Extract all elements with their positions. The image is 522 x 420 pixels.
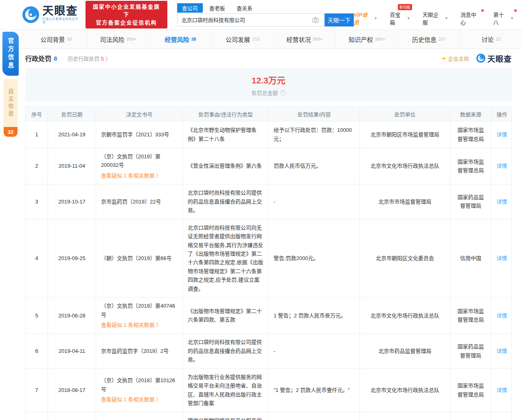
search-input[interactable] (177, 13, 325, 26)
notification-dot (514, 9, 517, 12)
nav-tab[interactable]: 司法风险 999+ (87, 30, 149, 48)
cell-reason: 《营业性演出管理条例》第六条 (182, 148, 268, 184)
vip-menu-item[interactable]: VIP会员 ▼ (354, 11, 377, 26)
doc-number: 京市监药罚〔2019〕22号 (101, 197, 178, 206)
nav-tab-label: 司法风险 (100, 35, 125, 44)
nav-tab[interactable]: 经营状况 999+ (274, 30, 336, 48)
penalty-summary-panel: 12.3万元 处罚总金额 ? (25, 68, 512, 102)
nav-tab[interactable]: 讨论 32 (460, 30, 522, 48)
doc-number: （京）文执罚〔2019〕第200032号 (101, 152, 178, 170)
history-count: 5 (101, 56, 104, 62)
cell-no: 5 (26, 298, 48, 333)
detail-link[interactable]: 详情 (496, 311, 507, 320)
cell-action: 详情 (491, 334, 512, 368)
penalty-total-amount: 12.3万元 (252, 74, 285, 86)
sidebar-tab-official-info[interactable]: 官方信息 (2, 32, 19, 76)
cell-reason: 《北京市野生动物保护管理条例》第二十八条 (182, 121, 268, 148)
col-header-reason: 处罚事由/违法行为类型 (182, 107, 268, 121)
search-type-tab[interactable]: 查关系 (232, 3, 257, 13)
search-button[interactable]: 天眼一下 (325, 13, 354, 26)
supply-label: 企业主供 (448, 55, 469, 62)
history-penalty-link[interactable]: 历史行政处罚 5 〉 (68, 55, 111, 62)
cell-result: 罚款人民币伍万元。 (268, 148, 360, 184)
search-type-tab[interactable]: 查公司 (177, 3, 203, 13)
nav-tab[interactable]: 经营风险 38 (149, 30, 211, 48)
table-row: 1 2021-04-19 京朝市监罚字〔2021〕333号 《北京市野生动物保护… (26, 121, 511, 148)
related-data-link[interactable]: 查看疑似 1 条相关数据 〉 (101, 171, 178, 180)
cell-result: 给予以下行政处罚：罚款：10000元； (268, 121, 360, 148)
brand-name: 天眼查 (42, 5, 81, 18)
detail-link[interactable]: 详情 (496, 347, 507, 355)
nav-tab-label: 公司发展 (226, 35, 250, 44)
col-header-no: 序号 (26, 107, 48, 121)
cell-doc: 京市监药罚〔2019〕22号 (96, 184, 182, 219)
cell-reason: 提供出版物网络交易平台服务的经营者未按《出版物市场管理规定》履行有关审查及管理责… (182, 412, 268, 420)
nav-tab-count: 58 (67, 37, 72, 42)
nav-tab[interactable]: 公司发展 219 (211, 30, 274, 48)
enterprise-supply-link[interactable]: ➜ 企业主供 (441, 55, 469, 62)
detail-link[interactable]: 详情 (496, 254, 507, 262)
doc-number: （京）文执罚〔2019〕第40746号 (101, 302, 178, 319)
toolbox-label: 百宝箱 (390, 11, 405, 26)
nav-tab-count: 219 (252, 37, 259, 42)
section-title: 行政处罚 (25, 53, 51, 63)
chevron-down-icon: ▼ (445, 16, 448, 20)
cell-unit: 北京市文化市场行政执法总队 (360, 148, 450, 184)
cell-action: 详情 (491, 298, 512, 333)
detail-link[interactable]: 详情 (496, 130, 507, 139)
search-type-tab[interactable]: 查老板 (204, 3, 230, 13)
col-header-date: 处罚日期 (48, 107, 96, 121)
cell-unit: 北京市文化市场行政执法总队 (360, 412, 450, 420)
sidebar-tab-self-info[interactable]: 自主信息 (4, 79, 18, 127)
col-header-source: 数据来源 (450, 107, 491, 121)
toolbox-menu-item[interactable]: 新功能 百宝箱 ▼ (390, 11, 410, 26)
cell-reason: 为出版物发行业务提供服务的网络交易平台未向注册地省、自治区、直辖市人民政府出版行… (182, 369, 268, 412)
camera-icon[interactable] (312, 17, 319, 23)
table-row: 2 2019-11-04 （京）文执罚〔2019〕第200032号 查看疑似 1… (26, 148, 511, 184)
cell-no: 7 (26, 369, 48, 412)
table-row: 6 2019-04-11 京市监药监罚字〔2019〕2号 北京口袋时尚科技有限公… (26, 334, 511, 368)
cell-action: 详情 (491, 148, 512, 184)
top-header: 天眼查 打造公平看得见的商业环境 国家中小企业发展基金旗下 官方备案企业征信机构… (0, 0, 522, 29)
nav-tab[interactable]: 公司背景 58 (25, 30, 87, 48)
badge-line2: 官方备案企业征信机构 (90, 19, 162, 27)
cell-source: 国家市场监督管理总局 (450, 298, 491, 333)
nav-tab-label: 公司背景 (40, 35, 65, 44)
tianyancha-logo[interactable]: 天眼查 打造公平看得见的商业环境 (22, 5, 81, 24)
section-count: 8 (54, 55, 57, 62)
cell-source: 国家药品监督管理局 (450, 184, 491, 219)
cell-doc: （朝）文执罚〔2019〕第66号 (96, 219, 182, 298)
nav-tab[interactable]: 知识产权 999+ (336, 30, 398, 48)
chevron-down-icon: ▼ (374, 16, 377, 20)
related-data-link[interactable]: 查看疑似 1 条相关数据 〉 (101, 321, 178, 329)
nav-tab-label: 讨论 (482, 35, 494, 44)
nav-tab-label: 历史信息 (412, 35, 436, 44)
chevron-down-icon: ▼ (407, 16, 410, 20)
detail-link[interactable]: 详情 (496, 386, 507, 394)
sidebar-self-info-count-badge[interactable]: 32 (4, 127, 18, 137)
cell-result: - (268, 184, 360, 219)
cell-date: 2021-04-19 (48, 121, 96, 148)
nav-tab[interactable]: 历史信息 267 (398, 30, 460, 48)
cell-source: 国家市场监督管理总局 (450, 148, 491, 184)
cell-action: 详情 (491, 412, 512, 420)
nav-tab-label: 经营风险 (164, 35, 189, 44)
cell-action: 详情 (491, 184, 512, 219)
history-label: 历史行政处罚 (68, 56, 99, 62)
related-data-link[interactable]: 查看疑似 1 条相关数据 〉 (101, 395, 178, 404)
cell-source: 国家市场监督管理总局 (450, 369, 491, 412)
table-body: 1 2021-04-19 京朝市监罚字〔2021〕333号 《北京市野生动物保护… (26, 121, 511, 420)
table-row: 5 2019-06-28 （京）文执罚〔2019〕第40746号 查看疑似 1 … (26, 298, 511, 334)
detail-link[interactable]: 详情 (496, 162, 507, 170)
cell-no: 3 (26, 184, 48, 219)
enterprise-service-menu-item[interactable]: 天眼企服 ▼ (423, 11, 448, 26)
nav-tab-count: 267 (439, 37, 446, 42)
cell-unit: 北京市药品监督管理局 (360, 334, 450, 368)
detail-link[interactable]: 详情 (496, 197, 507, 206)
table-row: 8 2018-05-25 （京）文执罚〔2018〕第40528号 提供出版物网络… (26, 412, 511, 420)
message-center-menu-item[interactable]: 消息中心 (461, 11, 481, 26)
cell-date: 2018-05-25 (48, 412, 96, 420)
info-icon[interactable]: ? (280, 90, 286, 96)
user-menu-item[interactable]: 第十八 ▼ (493, 11, 514, 26)
cell-unit: 北京市朝阳区市场监督管理局 (360, 121, 450, 148)
